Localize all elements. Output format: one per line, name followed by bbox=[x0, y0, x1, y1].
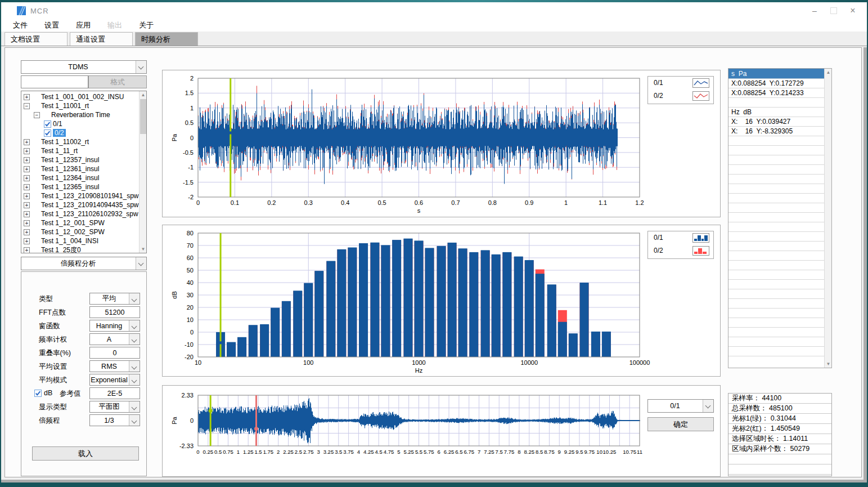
fft-points-input[interactable]: 51200 bbox=[89, 306, 140, 318]
readout-row[interactable]: X: 16 Y:-8.329305 bbox=[728, 127, 824, 136]
octave-spectrum-chart[interactable]: 1010010001000010000080706050403020100-10… bbox=[163, 225, 721, 377]
readout-row[interactable] bbox=[728, 309, 824, 318]
tree-item[interactable]: 0/2 bbox=[21, 128, 139, 137]
collapse-minus-icon[interactable]: − bbox=[34, 112, 40, 118]
reference-value-input[interactable]: 2E-5 bbox=[89, 387, 140, 399]
tree-checkbox[interactable] bbox=[44, 129, 51, 137]
readout-row[interactable]: X:0.088254 Y:0.214233 bbox=[728, 88, 824, 98]
tree-item[interactable]: +Test 1_12357_insul bbox=[21, 155, 139, 164]
readout-row[interactable] bbox=[728, 280, 824, 289]
readout-row[interactable] bbox=[728, 242, 824, 251]
display-type-select[interactable]: 平面图 bbox=[89, 401, 140, 413]
menu-item-file[interactable]: 文件 bbox=[5, 20, 36, 30]
tree-item[interactable]: +Test 1_1_004_INSI bbox=[21, 236, 139, 245]
tree-item[interactable]: +Test 1_11002_rt bbox=[21, 137, 139, 146]
readout-row[interactable] bbox=[728, 261, 824, 270]
readout-row[interactable] bbox=[728, 232, 824, 242]
expand-plus-icon[interactable]: + bbox=[24, 94, 30, 100]
readout-row[interactable] bbox=[728, 213, 824, 222]
expand-plus-icon[interactable]: + bbox=[24, 211, 30, 217]
overview-waveform-chart[interactable]: 00.250.50.7511.251.51.7522.252.52.7533.2… bbox=[163, 386, 721, 477]
scroll-up-icon[interactable]: ▲ bbox=[140, 91, 147, 99]
tab-channel-settings[interactable]: 通道设置 bbox=[70, 32, 133, 46]
tree-item[interactable]: +Test 1_123_210908101941_spw bbox=[21, 191, 139, 200]
readout-row[interactable] bbox=[728, 299, 824, 309]
analysis-type-select[interactable]: 倍频程分析 bbox=[21, 257, 147, 270]
db-checkbox[interactable] bbox=[34, 389, 42, 396]
type-select[interactable]: 平均 bbox=[89, 293, 140, 305]
tree-item[interactable]: +Test 1_25度0 bbox=[21, 245, 139, 253]
tree-item[interactable]: +Test 1_001_001_002_INSU bbox=[21, 92, 139, 101]
readout-row[interactable] bbox=[728, 289, 824, 299]
tree-item[interactable]: +Test 1_12365_insul bbox=[21, 182, 139, 191]
menu-item-output[interactable]: 输出 bbox=[99, 20, 131, 30]
scroll-down-icon[interactable]: ▼ bbox=[825, 360, 832, 368]
readout-row[interactable] bbox=[728, 155, 824, 165]
readout-row[interactable]: Hz dB bbox=[728, 108, 824, 117]
load-button[interactable]: 载入 bbox=[32, 446, 139, 461]
frequency-weighting-select[interactable]: A bbox=[89, 333, 140, 345]
readout-header-row[interactable]: s Pa bbox=[728, 69, 824, 79]
tab-document-settings[interactable]: 文档设置 bbox=[5, 32, 68, 46]
tree-item[interactable]: +Test 1_123_210914094435_spw bbox=[21, 200, 139, 209]
expand-plus-icon[interactable]: + bbox=[24, 220, 30, 226]
expand-plus-icon[interactable]: + bbox=[24, 247, 30, 253]
tree-scroll-thumb[interactable] bbox=[140, 99, 146, 134]
channel-select[interactable]: 0/1 bbox=[647, 399, 714, 413]
readout-row[interactable]: X:0.088254 Y:0.172729 bbox=[728, 79, 824, 88]
average-mode-select[interactable]: Exponential bbox=[89, 374, 140, 386]
file-format-select[interactable]: TDMS bbox=[21, 60, 147, 74]
tree-item[interactable]: 0/1 bbox=[21, 119, 139, 128]
tree-item[interactable]: +Test 1_12_002_SPW bbox=[21, 227, 139, 236]
time-waveform-chart[interactable]: 00.10.20.30.40.50.60.70.80.911.11.221.51… bbox=[163, 70, 721, 218]
expand-plus-icon[interactable]: + bbox=[24, 202, 30, 208]
tree-item[interactable]: +Test 1_12_001_SPW bbox=[21, 218, 139, 227]
format-button[interactable]: 格式 bbox=[88, 75, 147, 88]
expand-plus-icon[interactable]: + bbox=[24, 148, 30, 154]
tree-item[interactable]: +Test 1_12364_insul bbox=[21, 173, 139, 182]
expand-plus-icon[interactable]: + bbox=[24, 193, 30, 199]
expand-plus-icon[interactable]: + bbox=[24, 184, 30, 190]
tab-time-frequency-analysis[interactable]: 时频分析 bbox=[135, 32, 198, 46]
readout-row[interactable]: X: 16 Y:0.039427 bbox=[728, 117, 824, 127]
octave-fraction-select[interactable]: 1/3 bbox=[89, 414, 140, 426]
readout-row[interactable] bbox=[728, 328, 824, 337]
readout-row[interactable] bbox=[728, 136, 824, 146]
menu-item-about[interactable]: 关于 bbox=[131, 20, 162, 30]
tree-item[interactable]: −Test 1_11001_rt bbox=[21, 101, 139, 110]
confirm-button[interactable]: 确定 bbox=[647, 417, 714, 431]
tree-checkbox[interactable] bbox=[44, 120, 51, 128]
readout-row[interactable] bbox=[728, 318, 824, 328]
maximize-button[interactable] bbox=[824, 2, 843, 19]
overlap-percent-input[interactable]: 0 bbox=[89, 347, 140, 359]
readout-row[interactable] bbox=[728, 222, 824, 232]
readout-row[interactable] bbox=[728, 165, 824, 175]
window-function-select[interactable]: Hanning bbox=[89, 320, 140, 332]
readout-row[interactable] bbox=[728, 146, 824, 155]
filter-input[interactable] bbox=[21, 75, 88, 88]
readout-row[interactable] bbox=[728, 184, 824, 194]
readout-row[interactable] bbox=[728, 203, 824, 213]
tree-item[interactable]: +Test 1_11_rt bbox=[21, 146, 139, 155]
readout-row[interactable] bbox=[728, 347, 824, 356]
readout-row[interactable] bbox=[728, 270, 824, 280]
readout-row[interactable] bbox=[728, 175, 824, 184]
tree-item[interactable]: +Test 1_123_211026102932_spw bbox=[21, 209, 139, 218]
tree-item[interactable]: −Reverberation Time bbox=[21, 110, 139, 119]
collapse-minus-icon[interactable]: − bbox=[24, 103, 30, 109]
expand-plus-icon[interactable]: + bbox=[24, 157, 30, 163]
scroll-down-icon[interactable]: ▼ bbox=[140, 245, 147, 253]
average-setting-select[interactable]: RMS bbox=[89, 360, 140, 372]
expand-plus-icon[interactable]: + bbox=[24, 229, 30, 235]
readout-row[interactable] bbox=[728, 194, 824, 203]
tree-item[interactable]: +Test 1_12361_insul bbox=[21, 164, 139, 173]
readout-row[interactable] bbox=[728, 251, 824, 261]
close-button[interactable]: × bbox=[843, 2, 862, 19]
readout-row[interactable] bbox=[728, 337, 824, 347]
readout-row[interactable] bbox=[728, 98, 824, 108]
expand-plus-icon[interactable]: + bbox=[24, 166, 30, 172]
expand-plus-icon[interactable]: + bbox=[24, 175, 30, 181]
tree-scrollbar[interactable]: ▲ ▼ bbox=[139, 91, 146, 253]
scroll-up-icon[interactable]: ▲ bbox=[825, 69, 832, 76]
minimize-button[interactable]: – bbox=[805, 2, 824, 19]
